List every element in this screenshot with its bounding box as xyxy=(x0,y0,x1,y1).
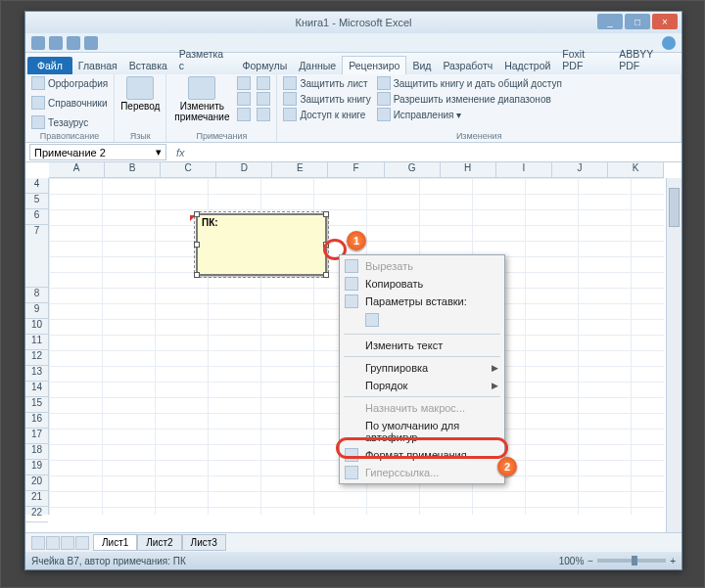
comment-shape[interactable]: ПК: xyxy=(196,213,327,276)
row-10[interactable]: 10 xyxy=(25,319,48,335)
tab-addins[interactable]: Надстрой xyxy=(498,57,556,74)
col-A[interactable]: A xyxy=(49,162,105,177)
comment-text[interactable]: ПК: xyxy=(198,215,325,230)
tab-file[interactable]: Файл xyxy=(27,57,72,74)
sheet-tab-2[interactable]: Лист2 xyxy=(137,534,181,551)
protect-book[interactable]: Защитить книгу xyxy=(283,92,370,106)
spelling-button[interactable]: Орфография xyxy=(31,76,108,90)
col-D[interactable]: D xyxy=(216,162,272,177)
tab-review[interactable]: Рецензиро xyxy=(342,56,406,74)
tab-data[interactable]: Данные xyxy=(293,57,342,74)
resize-handle[interactable] xyxy=(194,211,200,217)
col-E[interactable]: E xyxy=(272,162,328,177)
row-12[interactable]: 12 xyxy=(25,350,48,366)
row-14[interactable]: 14 xyxy=(25,382,48,397)
show-all[interactable] xyxy=(257,92,270,106)
prev-comment[interactable] xyxy=(237,92,251,106)
zoom-in-button[interactable]: + xyxy=(670,556,676,566)
show-ink[interactable] xyxy=(257,108,270,121)
resize-handle[interactable] xyxy=(194,272,200,278)
col-F[interactable]: F xyxy=(328,162,384,177)
tab-home[interactable]: Главная xyxy=(72,57,123,74)
row-20[interactable]: 20 xyxy=(25,475,48,491)
row-18[interactable]: 18 xyxy=(25,444,48,460)
menu-edit-text[interactable]: Изменить текст xyxy=(340,337,504,354)
track-changes[interactable]: Исправления ▾ xyxy=(377,108,562,121)
research-button[interactable]: Справочники xyxy=(31,96,108,110)
redo-icon[interactable] xyxy=(84,36,98,50)
resize-handle[interactable] xyxy=(323,242,329,248)
name-box[interactable]: Примечание 2▾ xyxy=(29,144,166,160)
col-J[interactable]: J xyxy=(552,162,608,177)
protect-share[interactable]: Защитить книгу и дать общий доступ xyxy=(377,76,562,90)
resize-handle[interactable] xyxy=(323,272,329,278)
menu-format-comment[interactable]: Формат примечания... xyxy=(340,446,504,464)
show-comment[interactable] xyxy=(257,76,270,90)
sheet-tab-1[interactable]: Лист1 xyxy=(93,534,137,551)
menu-order[interactable]: Порядок▶ xyxy=(340,377,504,394)
row-19[interactable]: 19 xyxy=(25,460,48,475)
col-I[interactable]: I xyxy=(496,162,552,177)
tab-dev[interactable]: Разработч xyxy=(437,57,498,74)
save-icon[interactable] xyxy=(49,36,63,50)
row-7[interactable]: 7 xyxy=(25,225,48,288)
menu-copy[interactable]: Копировать xyxy=(340,275,504,293)
row-5[interactable]: 5 xyxy=(25,194,48,209)
tab-formulas[interactable]: Формулы xyxy=(236,57,293,74)
zoom-slider[interactable] xyxy=(597,559,666,563)
next-comment[interactable] xyxy=(237,108,251,121)
tab-insert[interactable]: Вставка xyxy=(123,57,173,74)
protect-sheet[interactable]: Защитить лист xyxy=(283,76,370,90)
resize-handle[interactable] xyxy=(194,242,200,248)
chevron-down-icon[interactable]: ▾ xyxy=(156,146,162,158)
resize-handle[interactable] xyxy=(323,211,329,217)
tab-layout[interactable]: Разметка с xyxy=(173,45,237,74)
spreadsheet-grid[interactable]: A B C D E F G H I J K 4 5 6 7 8 9 10 11 … xyxy=(25,162,682,532)
zoom-value[interactable]: 100% xyxy=(559,556,585,566)
row-21[interactable]: 21 xyxy=(25,491,48,507)
tab-view[interactable]: Вид xyxy=(406,57,437,74)
close-button[interactable]: × xyxy=(652,14,678,29)
scroll-thumb[interactable] xyxy=(669,188,680,227)
edit-comment-button[interactable]: Изменить примечание xyxy=(172,76,231,122)
row-16[interactable]: 16 xyxy=(25,413,48,429)
sheet-nav-prev[interactable] xyxy=(46,536,60,550)
prev-icon xyxy=(237,92,251,106)
row-11[interactable]: 11 xyxy=(25,335,48,350)
col-B[interactable]: B xyxy=(105,162,161,177)
sheet-tab-3[interactable]: Лист3 xyxy=(182,534,226,551)
col-K[interactable]: K xyxy=(608,162,664,177)
fx-icon[interactable]: fx xyxy=(170,147,191,158)
undo-icon[interactable] xyxy=(67,36,80,50)
col-G[interactable]: G xyxy=(385,162,441,177)
tab-abbyy[interactable]: ABBYY PDF xyxy=(613,45,682,74)
separator xyxy=(344,334,500,335)
minimize-button[interactable]: _ xyxy=(597,14,623,29)
sheet-nav-last[interactable] xyxy=(75,536,89,550)
thesaurus-button[interactable]: Тезаурус xyxy=(31,115,88,129)
maximize-button[interactable]: □ xyxy=(625,14,650,29)
sheet-nav-first[interactable] xyxy=(31,536,45,550)
col-C[interactable]: C xyxy=(161,162,216,177)
row-17[interactable]: 17 xyxy=(25,429,48,444)
row-8[interactable]: 8 xyxy=(25,288,48,303)
row-4[interactable]: 4 xyxy=(25,178,48,194)
vertical-scrollbar[interactable] xyxy=(666,178,682,532)
row-15[interactable]: 15 xyxy=(25,397,48,413)
row-22[interactable]: 22 xyxy=(25,507,48,522)
translate-button[interactable]: Перевод xyxy=(120,76,160,112)
row-9[interactable]: 9 xyxy=(25,303,48,319)
menu-group[interactable]: Группировка▶ xyxy=(340,359,504,377)
paste-option[interactable] xyxy=(340,310,504,332)
menu-paste-options[interactable]: Параметры вставки: xyxy=(340,293,504,310)
tab-foxit[interactable]: Foxit PDF xyxy=(556,45,613,74)
menu-default[interactable]: По умолчанию для автофигур xyxy=(340,417,504,446)
allow-ranges[interactable]: Разрешить изменение диапазонов xyxy=(377,92,562,106)
col-H[interactable]: H xyxy=(441,162,496,177)
row-6[interactable]: 6 xyxy=(25,209,48,225)
delete-comment[interactable] xyxy=(237,76,251,90)
zoom-out-button[interactable]: − xyxy=(588,556,593,566)
sheet-nav-next[interactable] xyxy=(61,536,74,550)
row-13[interactable]: 13 xyxy=(25,366,48,382)
share-book[interactable]: Доступ к книге xyxy=(283,108,370,121)
